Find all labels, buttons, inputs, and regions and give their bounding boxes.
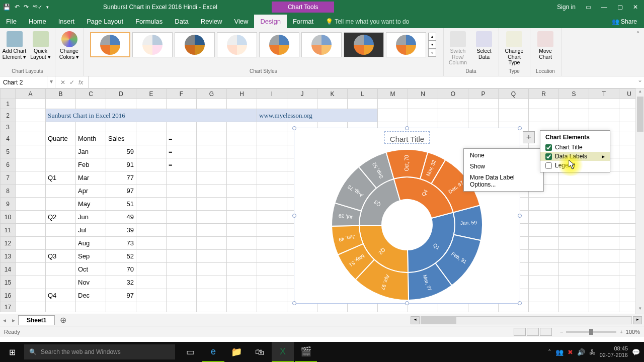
cell-C12[interactable]: Aug [76, 237, 106, 250]
cell-F11[interactable] [167, 224, 197, 237]
edge-icon[interactable]: e [202, 342, 224, 362]
cell-C1[interactable] [76, 99, 106, 109]
flyout-legend[interactable]: Legend [540, 161, 610, 170]
row-header-9[interactable]: 9 [1, 198, 16, 211]
cell-F14[interactable] [167, 263, 197, 276]
cell-T11[interactable] [589, 224, 619, 237]
cell-H14[interactable] [227, 263, 257, 276]
chart-style-2[interactable] [132, 32, 173, 57]
select-all-cell[interactable] [1, 89, 16, 99]
cell-J1[interactable] [287, 99, 317, 109]
cell-F12[interactable] [167, 237, 197, 250]
cell-E17[interactable] [136, 302, 167, 312]
col-header-B[interactable]: B [46, 89, 76, 99]
network-icon[interactable]: 🖧 [589, 348, 596, 356]
tab-data[interactable]: Data [169, 15, 194, 28]
sheet-nav-prev[interactable]: ◂ [0, 317, 9, 324]
col-header-F[interactable]: F [167, 89, 197, 99]
tab-file[interactable]: File [0, 15, 23, 28]
cell-D9[interactable]: 51 [106, 198, 136, 211]
cell-T9[interactable] [589, 198, 619, 211]
row-header-13[interactable]: 13 [1, 250, 16, 263]
cell-I5[interactable] [257, 145, 287, 158]
cell-E8[interactable] [136, 185, 167, 198]
cell-S11[interactable] [559, 224, 589, 237]
tab-format[interactable]: Format [287, 15, 319, 28]
cell-I17[interactable] [257, 302, 287, 312]
tab-view[interactable]: View [228, 15, 254, 28]
change-chart-type-button[interactable]: Change Chart Type [502, 29, 526, 66]
cell-A9[interactable] [16, 198, 46, 211]
cell-H6[interactable] [227, 158, 257, 171]
cell-I11[interactable] [257, 224, 287, 237]
zoom-in-button[interactable]: + [619, 329, 622, 335]
cell-I14[interactable] [257, 263, 287, 276]
col-header-D[interactable]: D [106, 89, 136, 99]
new-sheet-button[interactable]: ⊕ [55, 315, 71, 325]
cell-H11[interactable] [227, 224, 257, 237]
cell-I1[interactable] [257, 99, 287, 109]
cell-A4[interactable] [16, 132, 46, 145]
cell-T16[interactable] [589, 289, 619, 302]
formula-input[interactable] [89, 76, 636, 88]
cell-I2[interactable]: www.myelesson.org [257, 109, 378, 122]
cell-G10[interactable] [197, 211, 227, 224]
cell-F7[interactable] [167, 171, 197, 185]
cell-S2[interactable] [559, 109, 589, 122]
col-header-O[interactable]: O [438, 89, 468, 99]
row-header-14[interactable]: 14 [1, 263, 16, 276]
cell-H3[interactable] [227, 122, 257, 132]
enter-formula-icon[interactable]: ✓ [69, 79, 74, 86]
cell-N1[interactable] [408, 99, 438, 109]
view-page-layout-button[interactable] [527, 328, 539, 336]
row-header-16[interactable]: 16 [1, 289, 16, 302]
cell-R13[interactable] [529, 250, 559, 263]
cell-T10[interactable] [589, 211, 619, 224]
cell-B1[interactable] [46, 99, 76, 109]
cell-E13[interactable] [136, 250, 167, 263]
cell-R15[interactable] [529, 276, 559, 289]
cell-E1[interactable] [136, 99, 167, 109]
cell-G16[interactable] [197, 289, 227, 302]
cell-E7[interactable] [136, 171, 167, 185]
cell-C7[interactable]: Mar [76, 171, 106, 185]
cell-G17[interactable] [197, 302, 227, 312]
cell-E14[interactable] [136, 263, 167, 276]
cell-S17[interactable] [559, 302, 589, 312]
cell-B3[interactable] [46, 122, 76, 132]
cell-B2[interactable]: Sunburst Chart in Excel 2016 [46, 109, 257, 122]
cell-C15[interactable]: Nov [76, 276, 106, 289]
cell-A10[interactable] [16, 211, 46, 224]
cell-A3[interactable] [16, 122, 46, 132]
chart-style-7[interactable] [344, 32, 384, 57]
row-header-15[interactable]: 15 [1, 276, 16, 289]
cell-F15[interactable] [167, 276, 197, 289]
cell-B10[interactable]: Q2 [46, 211, 76, 224]
insert-function-icon[interactable]: fx [78, 79, 83, 86]
collapse-ribbon-icon[interactable]: ˄ [632, 28, 644, 76]
cell-H15[interactable] [227, 276, 257, 289]
col-header-T[interactable]: T [589, 89, 619, 99]
cell-C13[interactable]: Sep [76, 250, 106, 263]
cell-S8[interactable] [559, 185, 589, 198]
styles-gallery-more[interactable]: ▴▾▿ [428, 33, 436, 57]
view-page-break-button[interactable] [540, 328, 552, 336]
undo-icon[interactable]: ↶ [15, 4, 20, 11]
cell-F3[interactable] [167, 122, 197, 132]
zoom-slider[interactable] [566, 331, 616, 333]
cell-B6[interactable] [46, 158, 76, 171]
cell-I8[interactable] [257, 185, 287, 198]
sign-in-link[interactable]: Sign in [557, 4, 576, 11]
cell-D7[interactable]: 77 [106, 171, 136, 185]
cell-O1[interactable] [438, 99, 468, 109]
cell-I10[interactable] [257, 211, 287, 224]
cell-G8[interactable] [197, 185, 227, 198]
chart-style-3[interactable] [175, 32, 215, 57]
cell-D15[interactable]: 32 [106, 276, 136, 289]
volume-icon[interactable]: 🔊 [577, 348, 585, 356]
store-icon[interactable]: 🛍 [249, 342, 271, 362]
cell-S9[interactable] [559, 198, 589, 211]
row-header-3[interactable]: 3 [1, 122, 16, 132]
row-header-17[interactable]: 17 [1, 302, 16, 312]
cell-P1[interactable] [468, 99, 499, 109]
